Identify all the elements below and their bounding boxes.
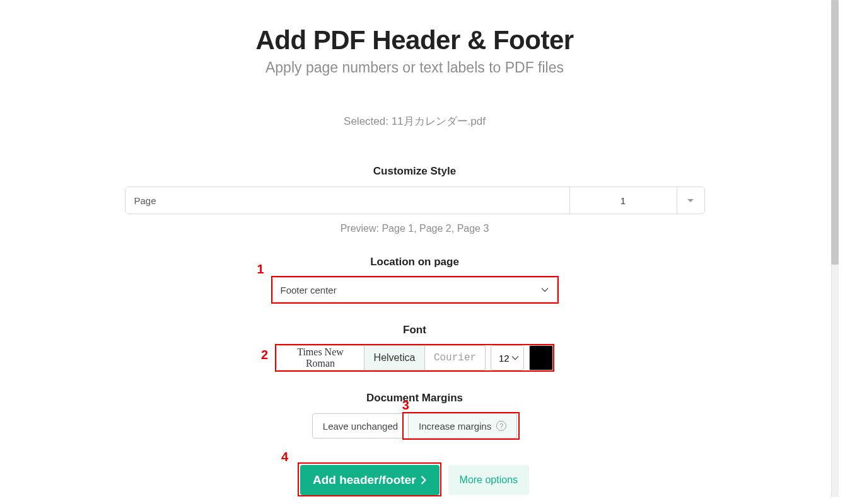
style-text-input[interactable] — [125, 187, 569, 214]
style-number-dropdown-toggle[interactable] — [677, 187, 704, 214]
location-label: Location on page — [125, 256, 705, 268]
font-label: Font — [125, 324, 705, 336]
content-column: Add PDF Header & Footer Apply page numbe… — [125, 0, 705, 495]
font-size-wrap: 12 — [486, 345, 524, 370]
margins-row: Leave unchanged Increase margins ? — [312, 413, 517, 438]
font-option-times[interactable]: Times New Roman — [276, 345, 364, 370]
margins-label: Document Margins — [125, 392, 705, 404]
margins-increase-label: Increase margins — [419, 421, 491, 432]
annotation-2-wrap: 2 Times New Roman Helvetica Courier 12 — [276, 345, 553, 370]
annotation-3-wrap: 3 Leave unchanged Increase margins ? — [312, 413, 517, 438]
page-subtitle: Apply page numbers or text labels to PDF… — [125, 59, 705, 76]
annotation-1-wrap: 1 Footer center — [272, 277, 557, 302]
page-viewport: Add PDF Header & Footer Apply page numbe… — [0, 0, 829, 497]
add-header-footer-button[interactable]: Add header/footer — [300, 465, 440, 495]
page-title: Add PDF Header & Footer — [125, 25, 705, 55]
style-row: 1 — [125, 186, 705, 214]
style-preview: Preview: Page 1, Page 2, Page 3 — [125, 223, 705, 234]
help-icon: ? — [496, 421, 506, 431]
margins-leave-button[interactable]: Leave unchanged — [312, 413, 409, 438]
annotation-number-2: 2 — [261, 348, 268, 362]
annotation-number-3: 3 — [402, 398, 409, 413]
location-select-wrap: Footer center — [272, 277, 557, 302]
location-select[interactable]: Footer center — [272, 277, 557, 302]
font-color-swatch[interactable] — [529, 345, 553, 370]
font-option-courier[interactable]: Courier — [425, 345, 486, 370]
margins-increase-button[interactable]: Increase margins ? — [409, 413, 517, 438]
primary-button-label: Add header/footer — [313, 473, 416, 487]
chevron-down-icon — [687, 199, 694, 202]
action-row: 4 Add header/footer More options — [125, 465, 705, 495]
annotation-number-4: 4 — [281, 450, 288, 464]
font-option-helvetica[interactable]: Helvetica — [364, 345, 425, 370]
customize-style-label: Customize Style — [125, 165, 705, 178]
style-start-number[interactable]: 1 — [569, 187, 677, 214]
annotation-4-wrap: 4 Add header/footer — [300, 465, 440, 495]
more-options-button[interactable]: More options — [448, 465, 530, 495]
font-row: Times New Roman Helvetica Courier 12 — [276, 345, 553, 370]
scrollbar-thumb[interactable] — [831, 0, 839, 265]
selected-file-label: Selected: 11月カレンダー.pdf — [125, 114, 705, 129]
annotation-number-1: 1 — [257, 262, 264, 277]
font-size-select[interactable]: 12 — [491, 345, 524, 370]
chevron-right-icon — [420, 475, 427, 485]
